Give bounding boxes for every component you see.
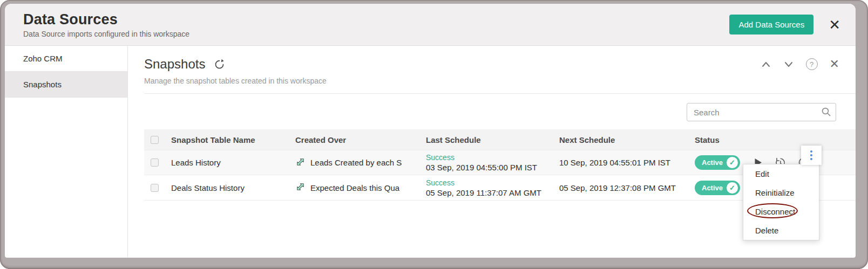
table-header-row: Snapshot Table Name Created Over Last Sc… [144, 129, 856, 150]
panel-subheading: Manage the snapshot tables created in th… [144, 77, 856, 85]
column-header-last-schedule: Last Schedule [426, 135, 559, 144]
chevron-down-icon[interactable] [783, 60, 794, 68]
next-schedule-time: 10 Sep, 2019 04:55:01 PM IST [559, 158, 695, 167]
report-trend-icon [295, 157, 306, 169]
panel-heading: Snapshots [144, 57, 205, 72]
last-schedule-time: 03 Sep, 2019 04:55:00 PM IST [426, 163, 559, 172]
dialog-header: Data Sources Data Source imports configu… [5, 4, 856, 46]
created-over-report[interactable]: Expected Deals this Qua [310, 183, 399, 192]
dialog-body: Zoho CRM Snapshots Snapshots [5, 46, 856, 257]
data-sources-dialog: Data Sources Data Source imports configu… [5, 4, 856, 258]
search-input[interactable] [687, 103, 836, 121]
menu-item-delete[interactable]: Delete [743, 221, 819, 240]
refresh-icon[interactable] [214, 59, 225, 70]
search-box [687, 103, 836, 121]
column-header-created-over: Created Over [295, 135, 426, 144]
dialog-close-icon[interactable]: ✕ [829, 18, 840, 32]
status-badge: Active ✓ [695, 155, 740, 170]
help-icon[interactable]: ? [806, 58, 818, 70]
check-circle-icon: ✓ [727, 157, 738, 168]
column-header-next-schedule: Next Schedule [559, 135, 695, 144]
last-schedule-status: Success [426, 153, 559, 162]
panel-close-icon[interactable]: ✕ [830, 57, 839, 71]
sidebar-item-snapshots[interactable]: Snapshots [5, 72, 127, 98]
menu-item-disconnect[interactable]: Disconnect [743, 202, 819, 221]
last-schedule-status: Success [426, 178, 559, 187]
more-actions-button[interactable] [801, 146, 822, 165]
divider [144, 93, 856, 94]
column-header-name: Snapshot Table Name [171, 135, 295, 144]
menu-item-reinitialize[interactable]: Reinitialize [743, 183, 819, 202]
chevron-up-icon[interactable] [761, 60, 771, 68]
status-badge: Active ✓ [695, 181, 740, 195]
screenshot-frame: Data Sources Data Source imports configu… [0, 0, 868, 269]
select-all-checkbox[interactable] [151, 136, 159, 144]
dialog-subtitle: Data Source imports configured in this w… [23, 30, 729, 38]
more-actions-icon [810, 150, 812, 160]
dialog-title: Data Sources [23, 11, 729, 28]
column-header-status: Status [695, 135, 754, 144]
created-over-report[interactable]: Leads Created by each S [310, 158, 402, 167]
snapshot-name: Leads History [171, 158, 295, 167]
row-checkbox[interactable] [151, 184, 159, 192]
sidebar: Zoho CRM Snapshots [5, 46, 128, 257]
check-circle-icon: ✓ [727, 182, 738, 194]
menu-item-edit[interactable]: Edit [743, 164, 819, 183]
last-schedule-time: 05 Sep, 2019 11:37:07 AM GMT [426, 188, 559, 197]
next-schedule-time: 05 Sep, 2019 12:37:08 PM GMT [559, 183, 695, 192]
add-data-sources-button[interactable]: Add Data Sources [729, 15, 813, 35]
search-icon[interactable] [821, 107, 831, 119]
dialog-titles: Data Sources Data Source imports configu… [23, 11, 729, 38]
report-trend-icon [295, 182, 306, 194]
snapshot-name: Deals Status History [171, 183, 295, 192]
row-context-menu: Edit Reinitialize Disconnect Delete [743, 164, 819, 240]
row-checkbox[interactable] [151, 158, 159, 167]
sidebar-item-zoho-crm[interactable]: Zoho CRM [5, 46, 127, 72]
